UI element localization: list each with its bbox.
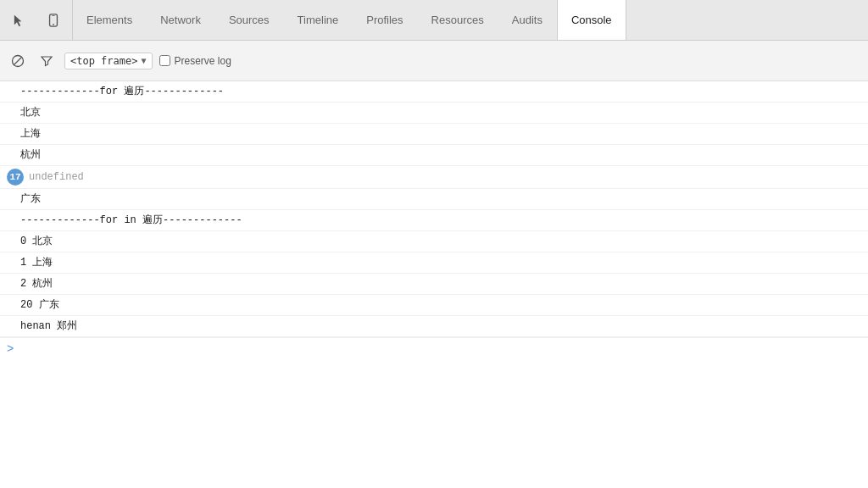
console-line: 广东 bbox=[0, 189, 868, 210]
tab-console[interactable]: Console bbox=[557, 0, 626, 40]
tab-sources[interactable]: Sources bbox=[215, 0, 284, 40]
tab-profiles[interactable]: Profiles bbox=[353, 0, 417, 40]
clear-console-button[interactable] bbox=[7, 50, 29, 72]
console-badge: 17 bbox=[7, 169, 24, 186]
console-line: 上海 bbox=[0, 124, 868, 145]
frame-label: <top frame> bbox=[70, 55, 137, 67]
svg-rect-2 bbox=[52, 15, 55, 16]
console-output: -------------for 遍历-------------北京上海杭州17… bbox=[0, 81, 868, 488]
frame-selector[interactable]: <top frame> ▼ bbox=[64, 53, 153, 69]
tab-bar: ElementsNetworkSourcesTimelineProfilesRe… bbox=[0, 0, 868, 41]
tab-resources[interactable]: Resources bbox=[418, 0, 498, 40]
mobile-icon[interactable] bbox=[42, 8, 65, 32]
console-line: -------------for 遍历------------- bbox=[0, 81, 868, 103]
cursor-icon[interactable] bbox=[7, 8, 31, 32]
tab-icons bbox=[0, 0, 73, 40]
console-line: 2 杭州 bbox=[0, 274, 868, 295]
tab-timeline[interactable]: Timeline bbox=[284, 0, 353, 40]
preserve-log-text: Preserve log bbox=[175, 55, 231, 67]
console-line: 杭州 bbox=[0, 145, 868, 166]
preserve-log-checkbox[interactable] bbox=[159, 55, 170, 66]
tabs-container: ElementsNetworkSourcesTimelineProfilesRe… bbox=[73, 0, 868, 40]
console-line: 0 北京 bbox=[0, 231, 868, 252]
tab-network[interactable]: Network bbox=[147, 0, 215, 40]
svg-line-4 bbox=[14, 57, 22, 65]
tab-elements[interactable]: Elements bbox=[73, 0, 147, 40]
console-line: 北京 bbox=[0, 103, 868, 124]
tab-audits[interactable]: Audits bbox=[498, 0, 557, 40]
console-line: 20 广东 bbox=[0, 295, 868, 316]
console-line: 17undefined bbox=[0, 166, 868, 189]
svg-point-1 bbox=[53, 24, 54, 25]
toolbar: <top frame> ▼ Preserve log bbox=[0, 41, 868, 81]
prompt-arrow-icon: > bbox=[7, 341, 14, 355]
preserve-log-label[interactable]: Preserve log bbox=[159, 55, 231, 67]
console-line: -------------for in 遍历------------- bbox=[0, 210, 868, 231]
console-input[interactable] bbox=[19, 342, 861, 354]
frame-dropdown-arrow: ▼ bbox=[141, 56, 146, 65]
console-line: henan 郑州 bbox=[0, 316, 868, 337]
console-line: 1 上海 bbox=[0, 252, 868, 274]
console-line-text: undefined bbox=[29, 169, 84, 185]
filter-button[interactable] bbox=[36, 50, 58, 72]
console-prompt-line[interactable]: > bbox=[0, 337, 868, 358]
